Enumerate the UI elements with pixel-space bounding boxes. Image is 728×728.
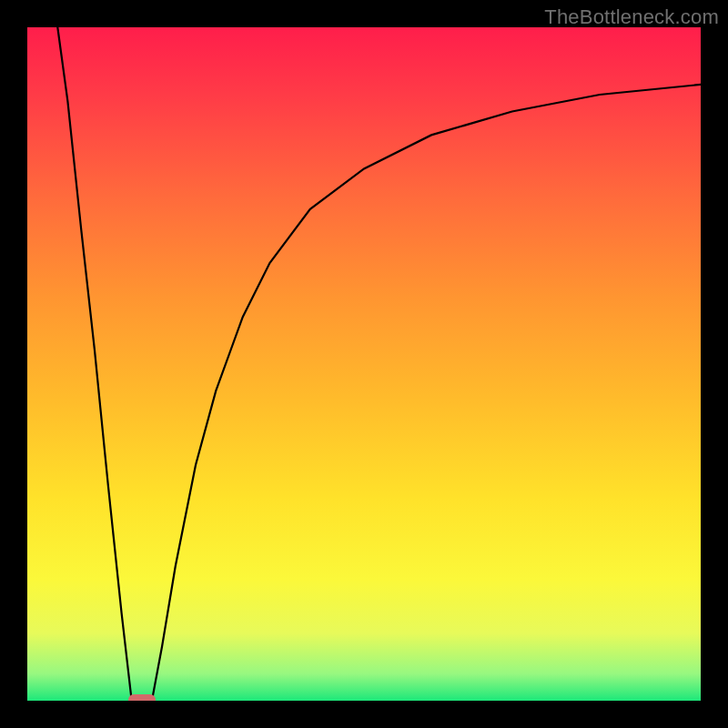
right-branch-curve — [152, 85, 701, 701]
chart-frame: TheBottleneck.com — [0, 0, 728, 728]
left-branch-curve — [57, 27, 131, 701]
watermark-text: TheBottleneck.com — [544, 5, 719, 29]
minimum-marker — [128, 694, 156, 701]
curve-layer — [27, 27, 701, 701]
plot-area — [27, 27, 701, 701]
